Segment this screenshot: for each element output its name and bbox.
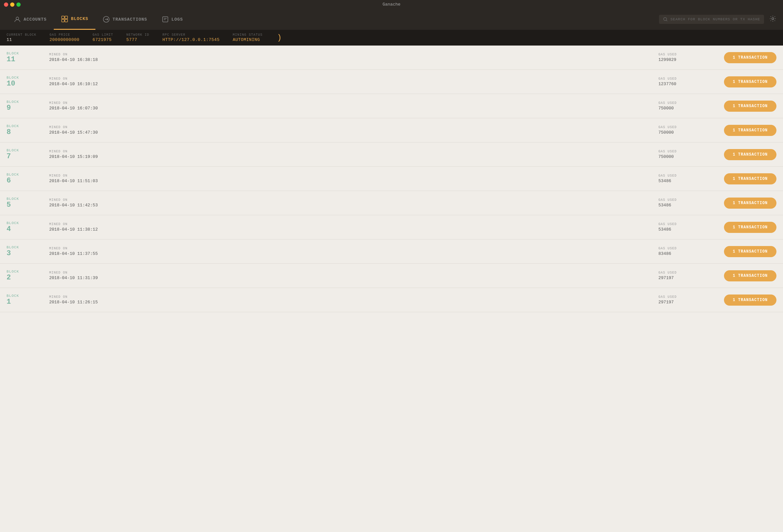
gas-used-cell: GAS USED 1237760: [658, 77, 724, 87]
mined-on-value: 2018-04-10 11:38:12: [49, 227, 658, 232]
app-title: Ganache: [383, 2, 401, 7]
gas-used-cell: GAS USED 297197: [658, 271, 724, 280]
block-row[interactable]: BLOCK 8 MINED ON 2018-04-10 15:47:30 GAS…: [0, 118, 783, 142]
block-number-cell: BLOCK 1: [6, 294, 39, 306]
block-details: MINED ON 2018-04-10 11:51:03: [49, 174, 658, 184]
mined-on-value: 2018-04-10 11:37:55: [49, 251, 658, 256]
mined-on-value: 2018-04-10 15:47:30: [49, 130, 658, 135]
gas-used-cell: GAS USED 750000: [658, 101, 724, 111]
block-details: MINED ON 2018-04-10 11:37:55: [49, 247, 658, 256]
maximize-button[interactable]: [17, 2, 21, 6]
block-details: MINED ON 2018-04-10 16:07:30: [49, 101, 658, 111]
block-number-cell: BLOCK 5: [6, 197, 39, 209]
gas-used-cell: GAS USED 53486: [658, 223, 724, 232]
gas-used-value: 53486: [658, 227, 724, 232]
gas-used-cell: GAS USED 53486: [658, 198, 724, 208]
gas-used-label: GAS USED: [658, 101, 724, 105]
nav-bar: ACCOUNTS BLOCKS TRANSACTIONS: [0, 9, 783, 30]
close-button[interactable]: [4, 2, 8, 6]
block-number-cell: BLOCK 4: [6, 221, 39, 233]
block-row[interactable]: BLOCK 2 MINED ON 2018-04-10 11:31:39 GAS…: [0, 264, 783, 288]
block-row[interactable]: BLOCK 7 MINED ON 2018-04-10 15:19:09 GAS…: [0, 142, 783, 167]
block-details: MINED ON 2018-04-10 15:19:09: [49, 150, 658, 159]
block-label: BLOCK: [6, 124, 39, 128]
nav-logs[interactable]: LOGS: [154, 9, 190, 30]
status-bar: CURRENT BLOCK 11 GAS PRICE 20000000000 G…: [0, 30, 783, 45]
block-row[interactable]: BLOCK 1 MINED ON 2018-04-10 11:26:15 GAS…: [0, 288, 783, 312]
block-label: BLOCK: [6, 294, 39, 298]
block-details: MINED ON 2018-04-10 16:10:12: [49, 77, 658, 87]
gas-used-label: GAS USED: [658, 150, 724, 153]
block-number: 9: [6, 104, 39, 112]
mined-on-label: MINED ON: [49, 150, 658, 153]
transaction-button[interactable]: 1 TRANSACTION: [724, 76, 777, 88]
block-label: BLOCK: [6, 76, 39, 79]
block-details: MINED ON 2018-04-10 16:38:18: [49, 53, 658, 62]
block-row[interactable]: BLOCK 3 MINED ON 2018-04-10 11:37:55 GAS…: [0, 239, 783, 264]
gas-used-value: 750000: [658, 130, 724, 135]
title-bar: Ganache: [0, 0, 783, 9]
block-label: BLOCK: [6, 221, 39, 225]
block-row[interactable]: BLOCK 5 MINED ON 2018-04-10 11:42:53 GAS…: [0, 191, 783, 215]
gas-used-value: 1299829: [658, 57, 724, 62]
transaction-button[interactable]: 1 TRANSACTION: [724, 246, 777, 257]
gas-used-label: GAS USED: [658, 198, 724, 202]
block-row[interactable]: BLOCK 6 MINED ON 2018-04-10 11:51:03 GAS…: [0, 167, 783, 191]
transaction-button[interactable]: 1 TRANSACTION: [724, 198, 777, 209]
block-row[interactable]: BLOCK 10 MINED ON 2018-04-10 16:10:12 GA…: [0, 70, 783, 94]
block-label: BLOCK: [6, 100, 39, 104]
nav-accounts[interactable]: ACCOUNTS: [6, 9, 54, 30]
nav-blocks[interactable]: BLOCKS: [54, 9, 95, 30]
gas-used-value: 83486: [658, 251, 724, 256]
block-number: 1: [6, 298, 39, 306]
transaction-button[interactable]: 1 TRANSACTION: [724, 270, 777, 281]
mined-on-label: MINED ON: [49, 77, 658, 80]
block-row[interactable]: BLOCK 11 MINED ON 2018-04-10 16:38:18 GA…: [0, 45, 783, 70]
block-label: BLOCK: [6, 245, 39, 249]
settings-button[interactable]: [769, 15, 777, 24]
mining-indicator: ): [277, 33, 282, 42]
mined-on-label: MINED ON: [49, 295, 658, 299]
transactions-icon: [103, 16, 110, 23]
gas-used-value: 297197: [658, 275, 724, 280]
svg-point-0: [16, 17, 19, 20]
transaction-button[interactable]: 1 TRANSACTION: [724, 149, 777, 160]
mined-on-label: MINED ON: [49, 271, 658, 274]
block-details: MINED ON 2018-04-10 11:26:15: [49, 295, 658, 305]
transaction-button[interactable]: 1 TRANSACTION: [724, 52, 777, 63]
block-number: 10: [6, 79, 39, 88]
transaction-button[interactable]: 1 TRANSACTION: [724, 173, 777, 185]
transaction-button[interactable]: 1 TRANSACTION: [724, 222, 777, 233]
block-number: 3: [6, 249, 39, 258]
search-input[interactable]: [670, 18, 760, 21]
gas-used-label: GAS USED: [658, 247, 724, 250]
minimize-button[interactable]: [10, 2, 14, 6]
transaction-button[interactable]: 1 TRANSACTION: [724, 295, 777, 306]
search-bar[interactable]: [659, 15, 764, 24]
gas-used-label: GAS USED: [658, 126, 724, 129]
mined-on-value: 2018-04-10 11:26:15: [49, 300, 658, 305]
block-label: BLOCK: [6, 197, 39, 201]
gas-used-value: 1237760: [658, 81, 724, 87]
gas-used-cell: GAS USED 83486: [658, 247, 724, 256]
svg-rect-1: [62, 16, 64, 19]
transaction-button[interactable]: 1 TRANSACTION: [724, 125, 777, 136]
block-details: MINED ON 2018-04-10 11:38:12: [49, 223, 658, 232]
svg-rect-4: [65, 19, 67, 22]
block-number-cell: BLOCK 2: [6, 270, 39, 282]
gas-used-label: GAS USED: [658, 223, 724, 226]
gas-used-value: 750000: [658, 106, 724, 111]
mined-on-value: 2018-04-10 11:31:39: [49, 275, 658, 280]
mined-on-label: MINED ON: [49, 101, 658, 105]
svg-rect-6: [163, 17, 168, 22]
gas-used-label: GAS USED: [658, 295, 724, 299]
block-row[interactable]: BLOCK 4 MINED ON 2018-04-10 11:38:12 GAS…: [0, 215, 783, 239]
transaction-button[interactable]: 1 TRANSACTION: [724, 101, 777, 112]
mined-on-label: MINED ON: [49, 53, 658, 56]
svg-rect-2: [65, 16, 67, 19]
blocks-icon: [61, 15, 68, 23]
nav-transactions[interactable]: TRANSACTIONS: [95, 9, 154, 30]
gas-used-label: GAS USED: [658, 77, 724, 80]
block-number-cell: BLOCK 6: [6, 173, 39, 185]
block-row[interactable]: BLOCK 9 MINED ON 2018-04-10 16:07:30 GAS…: [0, 94, 783, 118]
